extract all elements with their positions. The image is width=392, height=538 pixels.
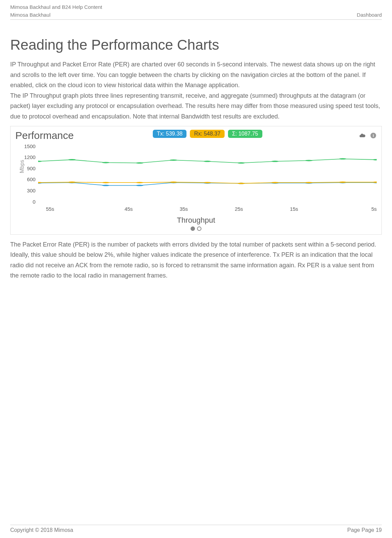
svg-point-15 (102, 182, 110, 183)
svg-point-24 (38, 160, 42, 162)
legend-rx: Rx: 548.37 (190, 130, 224, 138)
svg-point-5 (136, 185, 144, 186)
chart-dot-1[interactable] (191, 226, 195, 231)
svg-point-18 (204, 182, 211, 183)
svg-point-33 (339, 158, 347, 159)
svg-point-14 (68, 181, 76, 183)
footer-copyright: Copyright © 2018 Mimosa (10, 527, 73, 533)
svg-point-30 (238, 162, 245, 163)
svg-point-26 (102, 162, 110, 163)
page-title: Reading the Performance Charts (10, 37, 382, 53)
y-axis-label: Mbps (19, 160, 25, 173)
svg-point-22 (339, 181, 347, 183)
paragraph-per: The Packet Error Rate (PER) is the numbe… (10, 239, 382, 281)
svg-point-27 (136, 162, 144, 163)
y-axis-ticks: 1500 1200 900 600 300 0 (24, 143, 38, 205)
legend-tx: Tx: 539.38 (153, 130, 187, 138)
x-axis-ticks: 55s 45s 35s 25s 15s 5s (46, 206, 377, 212)
header-line1: Mimosa Backhaul and B24 Help Content (10, 3, 382, 11)
svg-point-32 (305, 160, 313, 161)
svg-point-21 (305, 182, 313, 183)
svg-point-28 (170, 159, 177, 161)
page-header: Mimosa Backhaul and B24 Help Content Mim… (10, 3, 382, 20)
page-footer: Copyright © 2018 Mimosa Page Page 19 (10, 525, 382, 533)
svg-point-31 (272, 160, 279, 162)
legend-sum: Σ: 1087.75 (228, 130, 262, 138)
svg-point-16 (136, 182, 144, 183)
header-right: Dashboard (357, 11, 382, 19)
chart-pagination (15, 226, 377, 232)
chart-dot-2[interactable] (197, 226, 201, 231)
chart-subtitle: Throughput (15, 216, 377, 225)
paragraph-throughput: The IP Throughput graph plots three line… (10, 91, 382, 122)
performance-panel: Performance i Mbps 1500 1200 900 600 300… (10, 126, 382, 235)
svg-point-34 (373, 159, 377, 160)
footer-page: Page Page 19 (347, 527, 382, 533)
chart-plot-area: Tx: 539.38 Rx: 548.37 Σ: 1087.75 (38, 128, 377, 205)
svg-point-29 (204, 160, 211, 162)
paragraph-intro: IP Throughput and Packet Error Rate (PER… (10, 59, 382, 91)
svg-point-19 (238, 183, 245, 184)
svg-point-4 (102, 185, 110, 186)
svg-point-17 (170, 181, 177, 183)
svg-point-25 (68, 159, 76, 160)
header-left: Mimosa Backhaul (10, 11, 50, 19)
svg-point-20 (272, 182, 279, 183)
